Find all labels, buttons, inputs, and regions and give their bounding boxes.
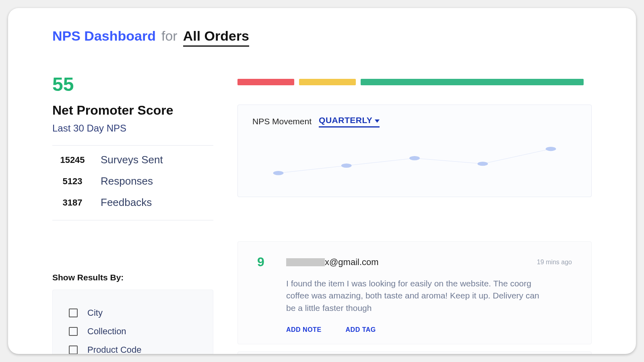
redacted-block — [286, 258, 325, 266]
feedback-body: I found the item I was looking for easil… — [286, 278, 544, 314]
chevron-down-icon — [375, 119, 380, 123]
nps-score-sublabel: Last 30 Day NPS — [52, 123, 213, 134]
checkbox-icon[interactable] — [69, 346, 78, 354]
checkbox-icon[interactable] — [69, 327, 78, 336]
distribution-segment — [361, 79, 584, 85]
chart-title: NPS Movement — [252, 117, 312, 126]
stat-value: 5123 — [52, 176, 93, 187]
feedback-score: 9 — [257, 255, 283, 269]
stat-label: Feedbacks — [101, 196, 213, 209]
divider — [52, 220, 213, 220]
divider — [52, 145, 213, 146]
chart-point — [546, 147, 556, 151]
stat-label: Surveys Sent — [101, 154, 213, 166]
line-chart — [252, 137, 577, 189]
feedback-card-next[interactable] — [237, 352, 592, 354]
page-header: NPS Dashboard for All Orders — [52, 28, 592, 47]
nps-movement-card: NPS Movement QUARTERLY — [237, 105, 592, 197]
distribution-segment — [299, 79, 356, 85]
chart-point — [341, 164, 352, 168]
dashboard-window: NPS Dashboard for All Orders 55 Net Prom… — [8, 8, 636, 354]
chart-point — [273, 171, 284, 175]
stat-value: 3187 — [52, 197, 93, 208]
page-title: NPS Dashboard — [52, 28, 156, 44]
scope-selector[interactable]: All Orders — [183, 28, 249, 47]
feedback-card[interactable]: 9 x@gmail.com 19 mins ago I found the it… — [237, 241, 592, 344]
stat-value: 15245 — [52, 155, 93, 165]
filter-label: Collection — [87, 326, 126, 337]
distribution-segment — [237, 79, 294, 85]
add-tag-button[interactable]: ADD TAG — [346, 326, 376, 333]
chart-period-label: QUARTERLY — [319, 115, 372, 125]
header-for: for — [161, 28, 178, 44]
feedback-email-visible: x@gmail.com — [325, 257, 379, 267]
feedback-email: x@gmail.com — [286, 257, 534, 267]
chart-point — [409, 156, 420, 160]
feedback-actions: ADD NOTE ADD TAG — [286, 326, 572, 333]
right-column: NPS Movement QUARTERLY 9 x@gmail.com — [237, 75, 592, 354]
stat-label: Responses — [101, 175, 213, 187]
filter-label: Product Code — [87, 345, 142, 354]
add-note-button[interactable]: ADD NOTE — [286, 326, 322, 333]
chart-area — [252, 137, 577, 189]
chart-header: NPS Movement QUARTERLY — [252, 115, 577, 128]
filter-label: City — [87, 308, 103, 318]
filter-option-city[interactable]: City — [69, 304, 197, 322]
left-column: 55 Net Promoter Score Last 30 Day NPS 15… — [52, 75, 213, 354]
nps-score-value: 55 — [52, 75, 213, 94]
stats-block: 15245 Surveys Sent 5123 Responses 3187 F… — [52, 154, 213, 209]
nps-distribution-bar — [237, 79, 592, 85]
checkbox-icon[interactable] — [69, 309, 78, 317]
nps-score-label: Net Promoter Score — [52, 103, 213, 118]
chart-point — [477, 162, 488, 166]
chart-period-selector[interactable]: QUARTERLY — [319, 115, 380, 128]
filter-option-product-code[interactable]: Product Code — [69, 341, 197, 354]
filter-title: Show Results By: — [52, 273, 213, 282]
feedback-timestamp: 19 mins ago — [537, 259, 572, 266]
filter-box: City Collection Product Code Delivery Ti… — [52, 290, 213, 354]
filter-option-collection[interactable]: Collection — [69, 322, 197, 341]
